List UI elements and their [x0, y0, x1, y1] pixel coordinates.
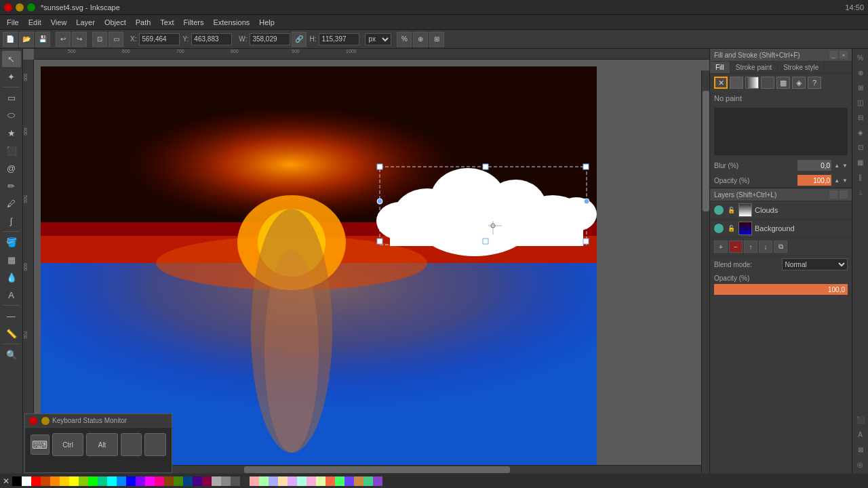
layer-del-btn[interactable]: − — [729, 241, 743, 253]
layer-opacity-bar[interactable]: 100,0 — [714, 284, 848, 295]
kb-minimize-btn[interactable] — [41, 417, 50, 425]
tb-redo[interactable]: ↪ — [72, 32, 87, 47]
pal-swatch-6[interactable] — [69, 476, 79, 486]
layer-down-btn[interactable]: ↓ — [759, 241, 772, 253]
layer-lock-background[interactable]: 🔓 — [726, 224, 736, 233]
snap-btn-6[interactable]: ◈ — [854, 125, 867, 139]
snap-btn-9[interactable]: ∥ — [854, 170, 867, 184]
paint-none-btn[interactable]: ✕ — [714, 77, 728, 89]
tb-new[interactable]: 📄 — [3, 32, 18, 47]
snap-btn-7[interactable]: ⊡ — [854, 140, 867, 154]
tb-open[interactable]: 📂 — [19, 32, 34, 47]
snap-btn-10[interactable]: ⟂ — [854, 185, 867, 199]
pal-swatch-8[interactable] — [88, 476, 98, 486]
menu-help[interactable]: Help — [255, 17, 279, 28]
pal-swatch-24[interactable] — [240, 476, 250, 486]
panel-close[interactable]: × — [840, 51, 848, 59]
layer-eye-background[interactable] — [714, 224, 724, 233]
paint-pattern-btn[interactable]: ▦ — [776, 77, 790, 89]
pal-swatch-7[interactable] — [79, 476, 88, 486]
pal-swatch-35[interactable] — [344, 476, 354, 486]
layer-add-btn[interactable]: + — [714, 241, 728, 253]
snap-btn-bottom3[interactable]: ⊠ — [854, 443, 867, 456]
tool-text[interactable]: A — [2, 287, 21, 303]
tab-stroke-style[interactable]: Stroke style — [778, 62, 825, 73]
x-input[interactable] — [139, 33, 180, 45]
kb-close-btn[interactable] — [29, 417, 37, 425]
snap-btn-bottom4[interactable]: ◎ — [854, 458, 867, 471]
paint-linear-btn[interactable] — [745, 77, 759, 89]
snap-btn-bottom[interactable]: ⬛ — [854, 413, 867, 426]
tb-snap3[interactable]: ⊞ — [429, 32, 444, 47]
pal-swatch-28[interactable] — [278, 476, 288, 486]
tool-paint[interactable]: 🪣 — [2, 234, 21, 250]
blur-down[interactable]: ▼ — [842, 163, 848, 169]
layer-row-background[interactable]: 🔓 Background — [710, 220, 852, 238]
pal-swatch-23[interactable] — [231, 476, 240, 486]
layer-up-btn[interactable]: ↑ — [744, 241, 757, 253]
pal-swatch-21[interactable] — [212, 476, 221, 486]
layer-row-clouds[interactable]: 🔓 Clouds — [710, 201, 852, 220]
tool-star[interactable]: ★ — [2, 125, 21, 141]
tool-connector[interactable]: — — [2, 308, 21, 324]
pal-swatch-32[interactable] — [316, 476, 326, 486]
tool-ellipse[interactable]: ⬭ — [2, 107, 21, 123]
pal-swatch-10[interactable] — [107, 476, 117, 486]
menu-layer[interactable]: Layer — [72, 17, 99, 28]
tool-3d[interactable]: ⬛ — [2, 142, 21, 159]
pal-swatch-19[interactable] — [193, 476, 202, 486]
pal-swatch-15[interactable] — [155, 476, 164, 486]
pal-swatch-4[interactable] — [50, 476, 60, 486]
tool-spiral[interactable]: @ — [2, 160, 21, 176]
y-input[interactable] — [191, 33, 232, 45]
pal-swatch-18[interactable] — [183, 476, 193, 486]
pal-swatch-27[interactable] — [269, 476, 278, 486]
tool-measure[interactable]: 📏 — [2, 325, 21, 342]
snap-btn-3[interactable]: ⊞ — [854, 81, 867, 94]
tool-node[interactable]: ✦ — [2, 68, 21, 85]
unit-select[interactable]: pxmmin — [365, 33, 391, 45]
pal-swatch-2[interactable] — [31, 476, 41, 486]
tb-snap[interactable]: % — [397, 32, 412, 47]
close-btn[interactable] — [4, 3, 12, 12]
tool-callig[interactable]: ∫ — [2, 213, 21, 229]
pal-swatch-17[interactable] — [174, 476, 183, 486]
tool-zoom[interactable]: 🔍 — [2, 346, 21, 363]
pal-swatch-29[interactable] — [288, 476, 297, 486]
layer-dup-btn[interactable]: ⧉ — [774, 241, 787, 253]
menu-extensions[interactable]: Extensions — [209, 17, 254, 28]
blur-up[interactable]: ▲ — [834, 163, 840, 169]
pal-swatch-26[interactable] — [259, 476, 269, 486]
hscroll-thumb[interactable] — [244, 466, 510, 473]
tb-snap2[interactable]: ⊕ — [413, 32, 428, 47]
tool-dropper[interactable]: 💧 — [2, 269, 21, 285]
pal-swatch-37[interactable] — [363, 476, 373, 486]
minimize-btn[interactable] — [16, 3, 24, 12]
tool-pencil[interactable]: ✏ — [2, 178, 21, 194]
pal-swatch-9[interactable] — [98, 476, 107, 486]
vscroll-thumb[interactable] — [703, 91, 709, 211]
blend-select[interactable]: Normal Multiply Screen Overlay — [782, 258, 848, 270]
layers-minimize[interactable] — [829, 190, 837, 199]
menu-object[interactable]: Object — [100, 17, 130, 28]
pal-swatch-14[interactable] — [145, 476, 155, 486]
pal-swatch-12[interactable] — [126, 476, 136, 486]
menu-file[interactable]: File — [3, 17, 23, 28]
tb-zoom-page[interactable]: ▭ — [108, 32, 123, 47]
snap-btn-5[interactable]: ⊟ — [854, 110, 867, 124]
palette-x[interactable]: ✕ — [3, 476, 9, 486]
tool-select[interactable]: ↖ — [2, 51, 21, 67]
snap-btn-bottom2[interactable]: A — [854, 428, 867, 441]
pal-swatch-36[interactable] — [354, 476, 363, 486]
menu-view[interactable]: View — [47, 17, 71, 28]
panel-minimize[interactable]: _ — [829, 51, 837, 59]
pal-swatch-5[interactable] — [60, 476, 69, 486]
pal-swatch-1[interactable] — [22, 476, 31, 486]
pal-swatch-25[interactable] — [250, 476, 259, 486]
pal-swatch-16[interactable] — [164, 476, 174, 486]
layers-close[interactable] — [840, 190, 848, 199]
snap-btn-1[interactable]: % — [854, 51, 867, 64]
tab-stroke-paint[interactable]: Stroke paint — [730, 62, 778, 73]
menu-path[interactable]: Path — [132, 17, 155, 28]
menu-text[interactable]: Text — [156, 17, 178, 28]
